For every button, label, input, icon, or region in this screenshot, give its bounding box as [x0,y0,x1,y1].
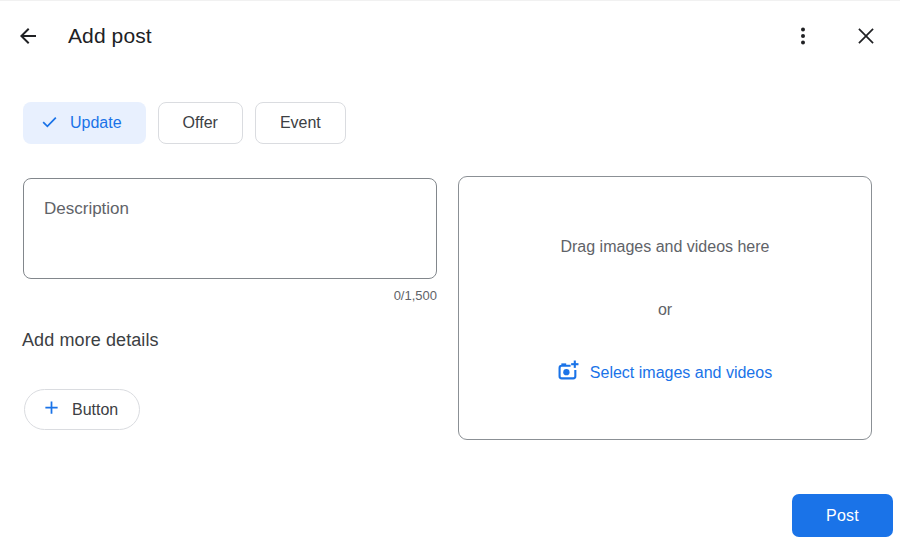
close-button[interactable] [852,23,880,51]
checkmark-icon [40,112,59,135]
tab-event[interactable]: Event [255,102,346,144]
post-button[interactable]: Post [792,494,893,537]
tab-update-label: Update [70,114,122,132]
add-button-chip[interactable]: Button [24,389,140,430]
post-type-tabs: Update Offer Event [23,102,346,144]
more-vertical-icon [791,24,815,51]
tab-offer[interactable]: Offer [158,102,243,144]
close-icon [854,24,878,51]
tab-update[interactable]: Update [23,102,146,144]
media-drop-zone[interactable]: Drag images and videos here or Select im… [458,176,872,440]
tab-event-label: Event [280,114,321,132]
page-title: Add post [68,24,152,48]
back-button[interactable] [14,23,42,51]
select-images-label: Select images and videos [590,364,772,382]
add-post-dialog: { "header": { "title": "Add post", "back… [0,0,900,548]
arrow-back-icon [16,24,40,51]
more-options-button[interactable] [789,23,817,51]
add-button-chip-label: Button [72,401,118,419]
drag-text: Drag images and videos here [459,238,871,256]
character-counter: 0/1,500 [23,288,437,303]
select-images-link[interactable]: Select images and videos [459,360,871,385]
description-box [23,178,437,279]
plus-icon [41,397,62,422]
add-more-details-heading: Add more details [22,330,159,351]
add-photo-icon [558,360,579,385]
tab-offer-label: Offer [183,114,218,132]
description-input[interactable] [23,178,437,279]
or-text: or [459,301,871,319]
